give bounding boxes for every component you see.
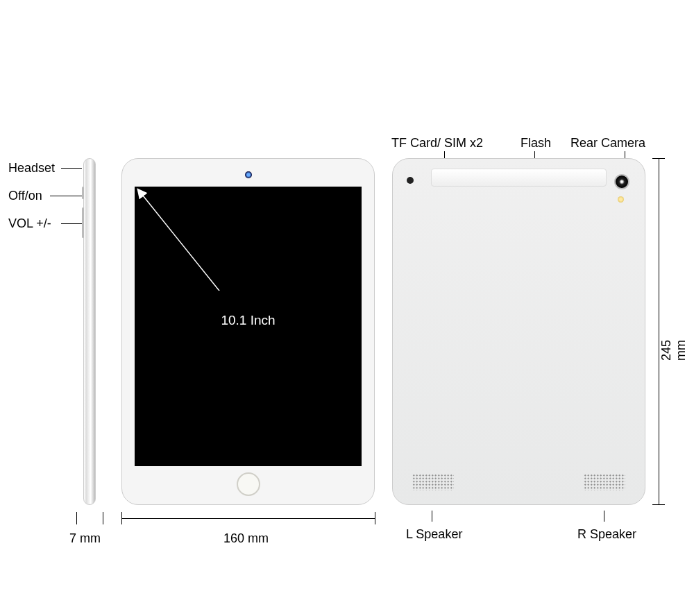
front-camera-icon	[245, 171, 252, 178]
dim-tick	[103, 512, 103, 524]
label-vol: VOL +/-	[8, 216, 51, 231]
label-right-speaker: R Speaker	[577, 527, 636, 542]
volume-rocker-icon	[82, 207, 84, 238]
screen: 10.1 Inch	[135, 187, 362, 466]
tablet-side-view	[83, 158, 96, 505]
leader-line	[61, 168, 82, 169]
svg-line-0	[140, 192, 343, 291]
dim-tick	[76, 512, 77, 524]
leader-line	[604, 511, 604, 522]
tablet-front-view: 10.1 Inch	[121, 158, 375, 505]
leader-line	[50, 196, 82, 196]
home-button-icon	[237, 472, 260, 496]
label-width: 160 mm	[223, 531, 269, 546]
power-button-icon	[82, 187, 84, 199]
flash-led-icon	[618, 196, 624, 203]
diagonal-arrow-icon	[135, 187, 343, 291]
tablet-back-view	[392, 158, 645, 505]
antenna-band-icon	[431, 169, 607, 187]
label-flash: Flash	[520, 136, 551, 151]
label-tf-sim: TF Card/ SIM x2	[391, 136, 483, 151]
label-headset: Headset	[8, 161, 55, 176]
leader-line	[432, 511, 432, 522]
right-speaker-icon	[584, 474, 625, 490]
label-thickness: 7 mm	[69, 531, 101, 546]
dim-line	[121, 518, 375, 519]
label-left-speaker: L Speaker	[406, 527, 462, 542]
dim-tick	[375, 512, 375, 524]
label-rear-camera: Rear Camera	[570, 136, 645, 151]
label-screen-size: 10.1 Inch	[221, 313, 275, 328]
leader-line	[61, 223, 82, 224]
label-height: 245 mm	[659, 320, 688, 361]
left-speaker-icon	[412, 474, 454, 490]
rear-camera-icon	[614, 174, 629, 189]
headset-jack-icon	[407, 177, 414, 184]
label-offon: Off/on	[8, 189, 42, 203]
